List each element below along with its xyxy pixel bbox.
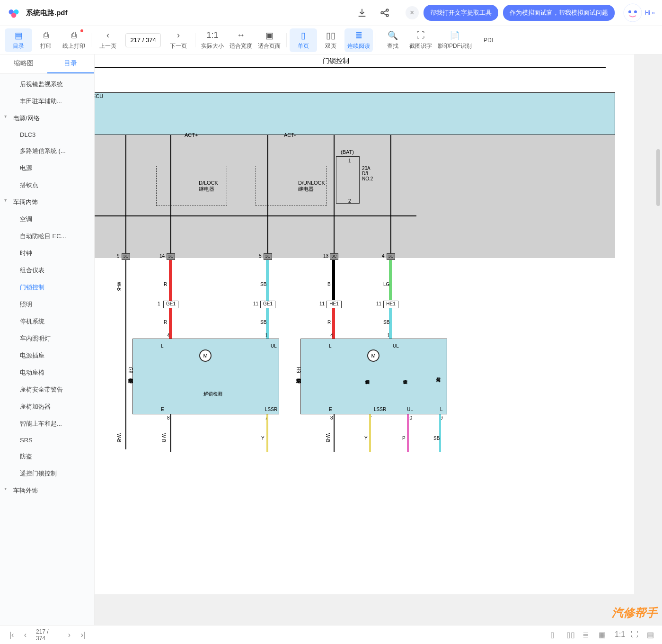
online-print-button[interactable]: ⎙ 线上打印	[60, 28, 88, 52]
search-button[interactable]: 🔍 查找	[379, 28, 406, 52]
ai-prompt-2[interactable]: 作为模拟面试官，帮我模拟面试问题	[503, 5, 615, 21]
view-mode-double-icon[interactable]: ▯▯	[566, 630, 576, 640]
mpin-4b: 4	[330, 333, 333, 338]
continuous-button[interactable]: ≣ 连续阅读	[344, 28, 373, 52]
toc-item[interactable]: 座椅加热器	[0, 398, 94, 415]
toc-item[interactable]: 后视镜监视系统	[0, 76, 94, 93]
toc-item[interactable]: 座椅安全带警告	[0, 381, 94, 398]
ocr-label: 影印PDF识别	[438, 42, 472, 50]
toc-item[interactable]: 车辆内饰	[0, 194, 94, 211]
view-mode-single-icon[interactable]: ▯	[550, 630, 560, 640]
toc-item[interactable]: 防盗	[0, 448, 94, 465]
toc-item[interactable]: 照明	[0, 296, 94, 313]
toc-item[interactable]: SRS	[0, 432, 94, 448]
pdf-tool-button[interactable]: PDI	[475, 28, 502, 52]
toc-item[interactable]: 电动座椅	[0, 364, 94, 381]
prev-page-button[interactable]: ‹ 上一页	[94, 28, 122, 52]
chevron-left-icon: ‹	[106, 30, 109, 41]
scrollbar-thumb[interactable]	[656, 149, 660, 206]
dlock-label: D/LOCK 继电器	[199, 180, 218, 193]
m2-L2: L	[440, 407, 443, 412]
view-mode-cont-icon[interactable]: ≣	[583, 630, 592, 640]
toc-item[interactable]: 多路通信系统 (...	[0, 143, 94, 160]
sb-legend2: SB	[260, 320, 266, 325]
view-mode-grid-icon[interactable]: ▦	[599, 630, 608, 640]
motor-box-left: M	[300, 339, 447, 414]
pdf-viewer[interactable]: 门锁控制 ECU ACT+ ACT- D/LOCK 继电器 D/UNLOCK 继…	[95, 54, 662, 625]
tab-thumbnail[interactable]: 缩略图	[0, 54, 47, 73]
toc-item[interactable]: 智能上车和起...	[0, 415, 94, 432]
fit-page-button[interactable]: ▣ 适合页面	[255, 28, 283, 52]
toc-item[interactable]: 电源插座	[0, 347, 94, 364]
prev-page-nav[interactable]: ‹	[20, 629, 31, 641]
wire	[170, 135, 171, 258]
toc-item[interactable]: 空调	[0, 211, 94, 228]
continuous-icon: ≣	[355, 30, 362, 41]
m2-L: L	[329, 343, 332, 349]
wire-red	[169, 260, 172, 339]
conn-3c: 3C	[330, 253, 338, 260]
watermark: 汽修帮手	[612, 605, 657, 620]
fit-icon[interactable]: ⛶	[631, 630, 640, 640]
sidebar: 缩略图 目录 后视镜监视系统丰田驻车辅助...电源/网络DLC3多路通信系统 (…	[0, 54, 95, 625]
m1-UL: UL	[271, 343, 277, 349]
r-legend: R	[164, 282, 167, 287]
ecu-box	[95, 92, 615, 135]
double-page-button[interactable]: ▯▯ 双页	[317, 28, 344, 52]
download-icon[interactable]	[356, 7, 368, 18]
main-area: 缩略图 目录 后视镜监视系统丰田驻车辅助...电源/网络DLC3多路通信系统 (…	[0, 54, 662, 625]
viewer-scrollbar[interactable]	[656, 54, 661, 625]
m1-LSSR: LSSR	[265, 407, 277, 412]
m2-LSSR: LSSR	[374, 407, 386, 412]
close-prompts-button[interactable]: ×	[406, 6, 419, 19]
toc-list[interactable]: 后视镜监视系统丰田驻车辅助...电源/网络DLC3多路通信系统 (...电源搭铁…	[0, 74, 94, 625]
toc-item[interactable]: 组合仪表	[0, 262, 94, 279]
share-icon[interactable]	[379, 7, 390, 18]
toc-item[interactable]: 搭铁点	[0, 177, 94, 194]
toc-item[interactable]: 停机系统	[0, 313, 94, 330]
toc-item[interactable]: 车内照明灯	[0, 330, 94, 347]
continuous-label: 连续阅读	[347, 42, 370, 50]
fit-width-button[interactable]: ↔ 适合宽度	[227, 28, 255, 52]
last-page-button[interactable]: ›|	[78, 629, 88, 641]
sidebar-bottom-nav: |‹ ‹ 217 / 374 › ›|	[0, 625, 95, 644]
tab-toc[interactable]: 目录	[47, 54, 95, 73]
pdf-label: PDI	[484, 37, 493, 44]
toc-item[interactable]: 电源	[0, 160, 94, 177]
toc-item[interactable]: 车辆外饰	[0, 482, 94, 499]
toc-item[interactable]: 遥控门锁控制	[0, 465, 94, 482]
toc-item[interactable]: DLC3	[0, 127, 94, 143]
toc-item[interactable]: 电源/网络	[0, 110, 94, 127]
first-page-button[interactable]: |‹	[6, 629, 17, 641]
page-mode-icon[interactable]: ▤	[647, 630, 656, 640]
page-number-input[interactable]	[125, 33, 161, 47]
snip-label: 截图识字	[409, 42, 432, 50]
motor-icon: M	[199, 349, 212, 362]
app-logo-icon	[7, 6, 20, 19]
avatar-icon[interactable]	[623, 3, 642, 22]
zoom-11-icon[interactable]: 1:1	[615, 630, 624, 640]
next-page-button[interactable]: › 下一页	[165, 28, 192, 52]
catalog-button[interactable]: ▤ 目录	[5, 28, 32, 52]
single-page-button[interactable]: ▯ 单页	[290, 28, 317, 52]
pdf-ocr-button[interactable]: 📄 影印PDF识别	[435, 28, 475, 52]
ge1-n2: 11	[253, 301, 258, 306]
print-button[interactable]: ⎙ 打印	[32, 28, 60, 52]
toc-item[interactable]: 丰田驻车辅助...	[0, 93, 94, 110]
actual-size-button[interactable]: 1:1 实际大小	[198, 28, 227, 52]
wire	[334, 135, 335, 258]
toc-item[interactable]: 时钟	[0, 245, 94, 262]
catalog-label: 目录	[13, 42, 24, 50]
conn-3c: 3C	[387, 253, 395, 260]
toc-item[interactable]: 门锁控制	[0, 279, 94, 296]
motor-box-right: M	[132, 339, 279, 414]
m2-E: E	[329, 407, 332, 412]
ai-prompt-1[interactable]: 帮我打开文字提取工具	[424, 5, 498, 21]
file-title: 系统电路.pdf	[26, 9, 68, 18]
snip-ocr-button[interactable]: ⛶ 截图识字	[406, 28, 435, 52]
toc-item[interactable]: 自动防眩目 EC...	[0, 228, 94, 245]
mpin-4a: 4	[167, 333, 170, 338]
pdf-page: 门锁控制 ECU ACT+ ACT- D/LOCK 继电器 D/UNLOCK 继…	[95, 54, 634, 594]
he1-n2: 11	[376, 301, 381, 306]
next-page-nav[interactable]: ›	[64, 629, 75, 641]
